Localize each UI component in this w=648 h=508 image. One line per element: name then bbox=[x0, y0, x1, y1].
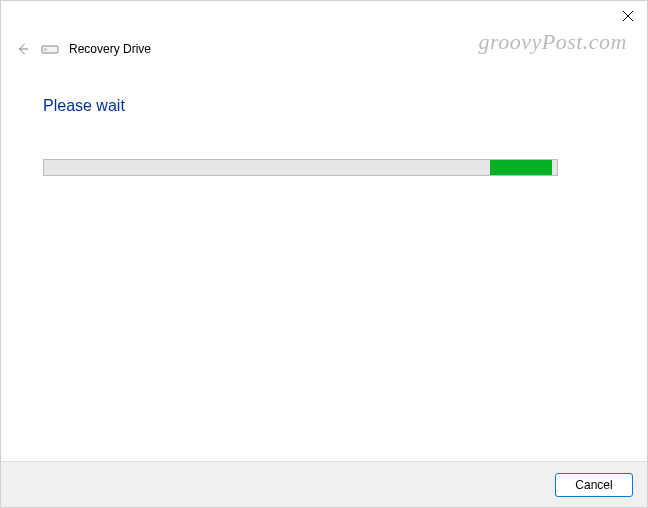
dialog-window: Recovery Drive groovyPost.com Please wai… bbox=[0, 0, 648, 508]
svg-rect-4 bbox=[44, 48, 47, 51]
titlebar bbox=[1, 1, 647, 33]
cancel-button[interactable]: Cancel bbox=[555, 473, 633, 497]
header-row: Recovery Drive bbox=[1, 33, 647, 61]
close-button[interactable] bbox=[621, 9, 635, 23]
back-button[interactable] bbox=[15, 41, 31, 57]
drive-icon bbox=[41, 43, 59, 55]
dialog-footer: Cancel bbox=[1, 461, 647, 507]
content-area: Please wait bbox=[1, 61, 647, 461]
page-heading: Please wait bbox=[43, 97, 605, 115]
app-title: Recovery Drive bbox=[69, 42, 151, 56]
close-icon bbox=[622, 10, 634, 22]
back-arrow-icon bbox=[16, 42, 30, 56]
progress-fill bbox=[490, 160, 552, 175]
progress-bar bbox=[43, 159, 558, 176]
